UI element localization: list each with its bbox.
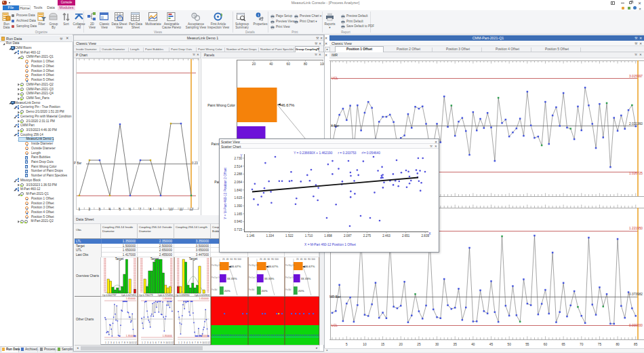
svg-text:6: 6 — [192, 341, 193, 344]
svg-text:Pnt Drp Ot: Pnt Drp Ot — [285, 276, 294, 279]
svg-text:2.839: 2.839 — [422, 234, 430, 238]
svg-text:LCL: LCL — [331, 324, 338, 327]
svg-text:2.288: 2.288 — [235, 172, 243, 176]
svg-text:6: 6 — [155, 341, 157, 344]
svg-text:◀46.67%: ◀46.67% — [302, 265, 315, 268]
svg-text:2.730: 2.730 — [235, 157, 243, 160]
svg-text:1: 1 — [178, 341, 180, 344]
svg-text:80: 80 — [271, 258, 274, 261]
svg-text:Pnt Bbl: Pnt Bbl — [285, 289, 291, 291]
svg-text:1.615: 1.615 — [235, 196, 243, 200]
svg-text:1.650000: 1.650000 — [126, 297, 136, 300]
svg-text:0.000000: 0.000000 — [629, 324, 643, 327]
svg-text:30: 30 — [435, 343, 439, 346]
svg-text:◀46.67%: ◀46.67% — [228, 265, 241, 268]
svg-text:40: 40 — [300, 258, 303, 261]
svg-text:2.064: 2.064 — [235, 181, 243, 184]
svg-text:40: 40 — [269, 62, 273, 66]
svg-text:◀46.67%: ◀46.67% — [266, 265, 278, 268]
svg-text:65: 65 — [561, 343, 565, 346]
svg-text:5: 5 — [346, 343, 348, 346]
svg-text:9: 9 — [200, 341, 201, 344]
svg-text:MR Bar: MR Bar — [329, 295, 341, 299]
svg-text:1.710: 1.710 — [305, 234, 313, 238]
svg-text:1.350000: 1.350000 — [163, 335, 172, 337]
svg-text:1: 1 — [142, 341, 143, 344]
svg-text:80: 80 — [616, 343, 620, 346]
svg-text:1.026725: 1.026725 — [629, 172, 643, 175]
svg-text:Pnt Drp Ot: Pnt Drp Ot — [249, 276, 257, 279]
svg-text:3.015997: 3.015997 — [629, 75, 643, 78]
svg-text:Pnt Wrg Clr: Pnt Wrg Clr — [212, 264, 220, 267]
svg-text:8: 8 — [197, 341, 199, 344]
svg-text:0.940: 0.940 — [235, 220, 243, 223]
svg-text:100: 100 — [311, 258, 315, 261]
svg-text:11: 11 — [179, 207, 182, 211]
svg-text:100: 100 — [237, 258, 241, 261]
svg-text:1.522: 1.522 — [285, 234, 294, 238]
svg-text:55: 55 — [525, 343, 529, 346]
svg-text:3: 3 — [99, 207, 101, 211]
svg-text:4: 4 — [113, 341, 115, 344]
svg-text:UCL: UCL — [331, 77, 338, 80]
svg-text:3: 3 — [184, 341, 185, 344]
svg-text:60: 60 — [304, 258, 306, 261]
svg-text:X Bar: X Bar — [331, 124, 339, 128]
svg-text:2: 2 — [181, 341, 182, 344]
svg-text:20%: 20% — [224, 289, 230, 293]
svg-text:33.33%: 33.33% — [227, 277, 237, 280]
svg-text:X = M-Part 460-12 Position 1 O: X = M-Part 460-12 Position 1 Offset — [304, 243, 356, 246]
svg-text:60: 60 — [230, 258, 233, 261]
svg-text:2.651: 2.651 — [402, 234, 410, 238]
svg-text:Pnt Wrg Clr: Pnt Wrg Clr — [285, 264, 294, 267]
svg-text:Y = M-Part 460-12 Position 2 O: Y = M-Part 460-12 Position 2 Offset — [224, 167, 227, 219]
svg-text:80: 80 — [234, 258, 237, 261]
svg-text:7: 7 — [158, 341, 159, 344]
svg-text:40: 40 — [471, 343, 475, 346]
svg-text:1.334: 1.334 — [266, 234, 274, 238]
svg-text:2.275: 2.275 — [363, 234, 371, 238]
svg-text:8: 8 — [124, 341, 125, 344]
svg-text:2: 2 — [144, 341, 146, 344]
svg-text:25: 25 — [417, 343, 421, 346]
svg-text:33.33%: 33.33% — [264, 277, 275, 280]
svg-text:12: 12 — [189, 207, 193, 211]
svg-text:7: 7 — [140, 207, 142, 211]
svg-text:50: 50 — [507, 343, 511, 346]
svg-text:Target: Target — [115, 257, 124, 261]
svg-text:4: 4 — [186, 341, 188, 344]
svg-text:2.514: 2.514 — [235, 165, 243, 168]
svg-text:1.146: 1.146 — [247, 234, 255, 238]
svg-text:20: 20 — [399, 343, 403, 346]
svg-text:75: 75 — [598, 343, 602, 346]
svg-text:20: 20 — [260, 258, 262, 261]
svg-text:6: 6 — [119, 341, 120, 344]
svg-text:Target: Target — [189, 257, 198, 261]
svg-text:60: 60 — [267, 258, 270, 261]
svg-text:2.463: 2.463 — [382, 234, 390, 238]
svg-text:5: 5 — [189, 341, 190, 344]
svg-text:5: 5 — [119, 207, 121, 211]
svg-text:9: 9 — [163, 341, 165, 344]
svg-text:7: 7 — [121, 341, 123, 344]
svg-text:2: 2 — [89, 207, 91, 211]
svg-text:40: 40 — [264, 258, 266, 261]
svg-text:1.390: 1.390 — [235, 204, 243, 208]
svg-text:80: 80 — [304, 62, 308, 66]
svg-text:10: 10 — [169, 207, 173, 211]
svg-text:1.898: 1.898 — [324, 234, 332, 238]
svg-text:0.373982: 0.373982 — [629, 293, 643, 296]
svg-text:5: 5 — [116, 341, 117, 344]
svg-text:70: 70 — [580, 343, 584, 346]
svg-text:0.715: 0.715 — [235, 228, 243, 231]
svg-text:8: 8 — [150, 207, 152, 211]
svg-text:100: 100 — [275, 258, 279, 261]
svg-text:45: 45 — [489, 343, 494, 346]
svg-text:1.165: 1.165 — [235, 212, 243, 216]
svg-text:20%: 20% — [298, 289, 304, 293]
svg-text:3: 3 — [110, 341, 112, 344]
svg-text:9: 9 — [127, 341, 128, 344]
svg-text:33.33%: 33.33% — [301, 277, 311, 280]
svg-text:Pnt Bbl: Pnt Bbl — [249, 289, 255, 291]
svg-text:40: 40 — [226, 258, 229, 261]
